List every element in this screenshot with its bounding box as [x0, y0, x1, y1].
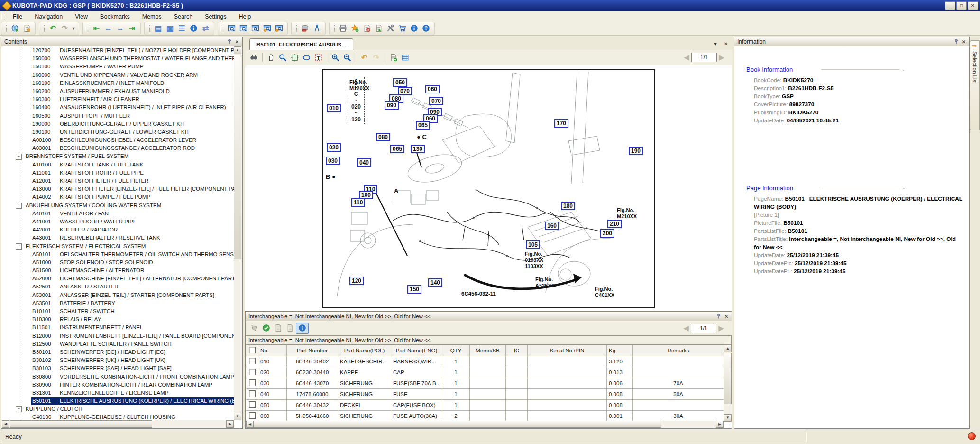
- row-checkbox[interactable]: [249, 358, 256, 364]
- ellipse-select-icon[interactable]: [301, 52, 312, 63]
- tree-item-160400[interactable]: 160400ANSAUGENROHR (LUFTREINHEIT) / INLE…: [2, 103, 234, 111]
- tree-item-190000[interactable]: 190000OBERDICHTUNG-GERAET / UPPER GASKET…: [2, 120, 234, 128]
- viewer-next-page-icon[interactable]: ▶: [717, 53, 726, 62]
- close-icon[interactable]: ✕: [960, 38, 968, 45]
- pin-icon[interactable]: [226, 38, 233, 45]
- zoom-tool-icon[interactable]: [277, 52, 289, 63]
- tree-item-150000[interactable]: 150000WASSERFLANSCH UND THERMOSTAT / WAT…: [2, 55, 234, 63]
- table-row[interactable]: 0605H050-41660SICHERUNGFUSE AUTO(30A)20.…: [246, 411, 724, 422]
- tree-item-A00100[interactable]: A00100BESCHLEUNIGUNGSHEBEL / ACCELERATOR…: [2, 136, 234, 144]
- menu-bookmarks[interactable]: Bookmarks: [94, 12, 136, 21]
- select-all-checkbox[interactable]: [249, 347, 256, 353]
- table-hscrollbar[interactable]: ◀ ▶: [246, 421, 724, 428]
- tree-item-B30103[interactable]: B30103SCHEINWERFER [SAF] / HEAD LIGHT [S…: [2, 364, 234, 372]
- tree-item-A41001[interactable]: A41001WASSERROHR / WATER PIPE: [2, 218, 234, 226]
- table-row[interactable]: 0206C230-30440KAPPECAP10.013: [246, 367, 724, 378]
- tree-item-A51500[interactable]: A51500LICHTMASCHINE / ALTERNATOR: [2, 267, 234, 275]
- tree-item-A14002[interactable]: A14002KRAFTSTOFFPUMPE / FUEL PUMP: [2, 193, 234, 201]
- collapse-icon[interactable]: −: [16, 203, 22, 209]
- info-icon[interactable]: [408, 23, 420, 34]
- diagram-callout-065[interactable]: 065: [390, 145, 404, 153]
- scroll-down-icon[interactable]: ▼: [724, 414, 732, 422]
- diagram-callout-080[interactable]: 080: [376, 133, 390, 141]
- tree-item-B11501[interactable]: B11501INSTRUMENTENBRETT / PANEL: [2, 324, 234, 332]
- add-parts-list-icon[interactable]: [387, 52, 399, 63]
- collapse-icon[interactable]: −: [16, 243, 22, 250]
- diagram-callout-030[interactable]: 030: [326, 157, 340, 165]
- search-figure-icon[interactable]: [249, 23, 261, 34]
- prev-page-icon[interactable]: ←: [102, 23, 114, 34]
- measure-icon[interactable]: [311, 23, 323, 34]
- table-vscrollbar[interactable]: ▲ ▼: [724, 345, 732, 422]
- tree-item-A10100[interactable]: A10100KRAFTSTOFFTANK / FUEL TANK: [2, 161, 234, 169]
- tree-item-A40101[interactable]: A40101VENTILATOR / FAN: [2, 210, 234, 218]
- cart-icon[interactable]: [396, 23, 408, 34]
- tree-item-150100[interactable]: 150100WASSERPUMPE / WATER PUMP: [2, 63, 234, 71]
- tree-group-brennstoff[interactable]: −BRENNSTOFF SYSTEM / FUEL SYSTEM: [2, 152, 234, 160]
- tree-item-B10101[interactable]: B10101SCHALTER / SWITCH: [2, 307, 234, 315]
- pan-hand-icon[interactable]: [265, 52, 277, 63]
- menu-file[interactable]: File: [7, 12, 28, 21]
- tab-list-dropdown-icon[interactable]: ▾: [711, 40, 720, 48]
- diagram-callout-110[interactable]: 110: [351, 198, 365, 207]
- help-icon[interactable]: ?: [420, 23, 432, 34]
- diagram-callout-190[interactable]: 190: [629, 147, 643, 155]
- diagram-callout-010[interactable]: 010: [327, 104, 341, 112]
- parts-next-page-icon[interactable]: ▶: [716, 324, 726, 333]
- menu-memos[interactable]: Memos: [136, 12, 168, 21]
- collapse-icon[interactable]: −: [16, 406, 22, 412]
- verify-list-icon[interactable]: [361, 23, 373, 34]
- fit-window-icon[interactable]: [289, 52, 301, 63]
- list-view-icon[interactable]: ☰: [176, 23, 188, 34]
- diagram-callout-130[interactable]: 130: [411, 145, 425, 153]
- tree-item-160100[interactable]: 160100EINLASSKRUEMMER / INLET MANIFOLD: [2, 79, 234, 87]
- diagram-callout-020[interactable]: 020: [327, 143, 341, 152]
- tree-item-190100[interactable]: 190100UNTERDICHTUNG-GERAET / LOWER GASKE…: [2, 128, 234, 136]
- table-row[interactable]: 04017478-60080SICHERUNGFUSE10.00850A: [246, 389, 724, 400]
- diagram-figure[interactable]: 0100200300400500700600800900700900600650…: [322, 69, 655, 308]
- tree-item-A03001[interactable]: A03001BESCHLEUNIGUNGSSTANGE / ACCELERATO…: [2, 144, 234, 152]
- grid-view-icon[interactable]: [399, 52, 411, 63]
- memo-doc-icon[interactable]: [272, 323, 284, 333]
- table-vscroll-thumb[interactable]: [724, 353, 732, 404]
- home-globe-icon[interactable]: [9, 23, 21, 34]
- tree-item-A12001[interactable]: A12001KRAFTSTOFFILTER / FUEL FILTER: [2, 177, 234, 185]
- diagram-callout-200[interactable]: 200: [600, 229, 614, 238]
- tree-hscrollbar[interactable]: ◀ ▶: [2, 420, 234, 428]
- table-row[interactable]: 0506C446-30432DECKELCAP(FUSE BOX)10.008: [246, 400, 724, 411]
- row-checkbox[interactable]: [249, 401, 256, 408]
- tree-item-A43001[interactable]: A43001RESERVEBEHALTER / RESERVE TANK: [2, 234, 234, 242]
- tree-item-B30102[interactable]: B30102SCHEINWERFER [UK] / HEAD LIGHT [UK…: [2, 356, 234, 364]
- notes-doc-icon[interactable]: [284, 323, 296, 333]
- info-view-icon[interactable]: [188, 23, 200, 34]
- menu-view[interactable]: View: [69, 12, 94, 21]
- table-row[interactable]: 0306C446-43070SICHERUNGFUSE(SBF 70A B...…: [246, 378, 724, 389]
- tree-vscroll-thumb[interactable]: [234, 55, 241, 259]
- minimize-button[interactable]: _: [945, 1, 955, 10]
- parts-prev-page-icon[interactable]: ◀: [681, 324, 691, 333]
- tree-item-A52501[interactable]: A52501ANLASSER / STARTER: [2, 283, 234, 291]
- menu-navigation[interactable]: Navigation: [28, 12, 69, 21]
- image-view-icon[interactable]: ▦: [164, 23, 176, 34]
- scroll-right-icon[interactable]: ▶: [716, 421, 724, 428]
- search-bookmark-add-icon[interactable]: [261, 23, 273, 34]
- diagram-canvas[interactable]: 0100200300400500700600800900700900600650…: [245, 65, 732, 311]
- page-view-icon[interactable]: ▤: [152, 23, 164, 34]
- search-memo-add-icon[interactable]: [273, 23, 285, 34]
- clear-database-icon[interactable]: [299, 23, 311, 34]
- print-icon[interactable]: [337, 23, 349, 34]
- find-binoculars-icon[interactable]: [248, 52, 260, 63]
- tree-item-B30900[interactable]: B30900HINTER KOMBINATION-LICHT / REAR CO…: [2, 381, 234, 389]
- last-page-icon[interactable]: ⇥: [126, 23, 138, 34]
- tree-item-A13000[interactable]: A13000KRAFTSTOFFFILTER [EINZEL-TEIL] / F…: [2, 185, 234, 193]
- tree-item-160500[interactable]: 160500AUSPUFFTOPF / MUFFLER: [2, 112, 234, 120]
- history-dropdown-icon[interactable]: ▾: [71, 23, 76, 34]
- scroll-left-icon[interactable]: ◀: [2, 420, 9, 428]
- diagram-callout-060[interactable]: 060: [425, 85, 440, 93]
- redo-jump-icon[interactable]: ↷: [59, 23, 71, 34]
- tree-vscrollbar[interactable]: ▲ ▼: [234, 46, 242, 420]
- tab-close-icon[interactable]: ✕: [722, 40, 730, 48]
- tree-item-A51000[interactable]: A51000STOP SOLENOID / STOP SOLENOID: [2, 259, 234, 267]
- diagram-callout-050[interactable]: 050: [393, 78, 407, 87]
- tree-item-160300[interactable]: 160300LUFTREINHEIT / AIR CLEANER: [2, 95, 234, 103]
